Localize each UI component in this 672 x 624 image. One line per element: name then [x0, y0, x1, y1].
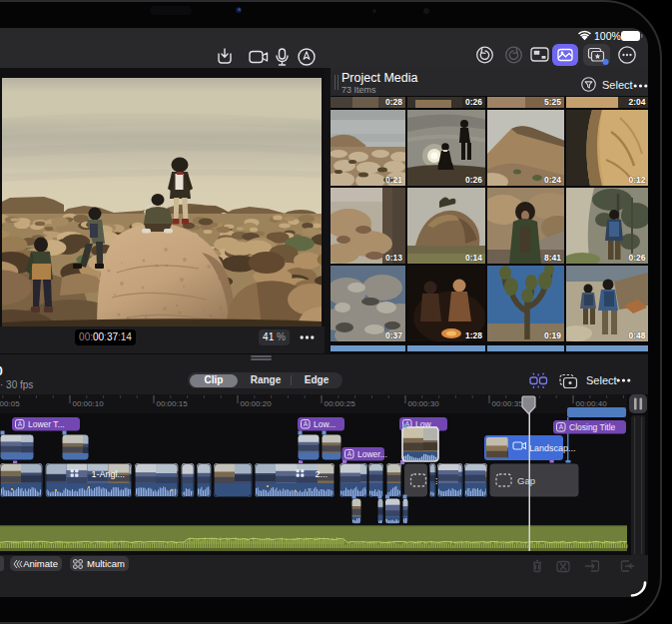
svg-text:0:37: 0:37 — [384, 330, 401, 340]
svg-text:2...: 2... — [315, 469, 328, 479]
svg-text:0:21: 0:21 — [384, 175, 401, 185]
svg-text:0:24: 0:24 — [543, 175, 560, 185]
svg-text:0:28: 0:28 — [384, 97, 401, 107]
svg-text:0:48: 0:48 — [628, 330, 645, 340]
svg-text:0:14: 0:14 — [464, 253, 481, 263]
svg-text:0:26: 0:26 — [464, 97, 481, 107]
svg-text:0:13: 0:13 — [384, 253, 401, 263]
svg-text:A: A — [18, 420, 23, 427]
svg-text:Lower...: Lower... — [357, 449, 387, 459]
svg-text:1:28: 1:28 — [464, 330, 481, 340]
svg-text:Landscap...: Landscap... — [529, 443, 576, 453]
svg-text:0:12: 0:12 — [628, 175, 645, 185]
svg-text:1-Angl...: 1-Angl... — [91, 469, 125, 479]
svg-text:Low...: Low... — [314, 419, 336, 429]
svg-text:100%: 100% — [594, 30, 621, 42]
svg-text:A: A — [304, 420, 309, 427]
svg-text:8:41: 8:41 — [543, 253, 560, 263]
svg-text:A: A — [347, 450, 352, 457]
svg-text:Lower T...: Lower T... — [28, 419, 65, 429]
svg-text:0:26: 0:26 — [628, 253, 645, 263]
svg-text:0:26: 0:26 — [464, 175, 481, 185]
svg-text:Closing Title: Closing Title — [569, 422, 616, 432]
svg-text:A: A — [559, 423, 564, 430]
svg-text:5:25: 5:25 — [543, 97, 560, 107]
svg-text:2:04: 2:04 — [628, 97, 645, 107]
svg-text:0:19: 0:19 — [543, 330, 560, 340]
svg-text:Gap: Gap — [517, 475, 535, 486]
